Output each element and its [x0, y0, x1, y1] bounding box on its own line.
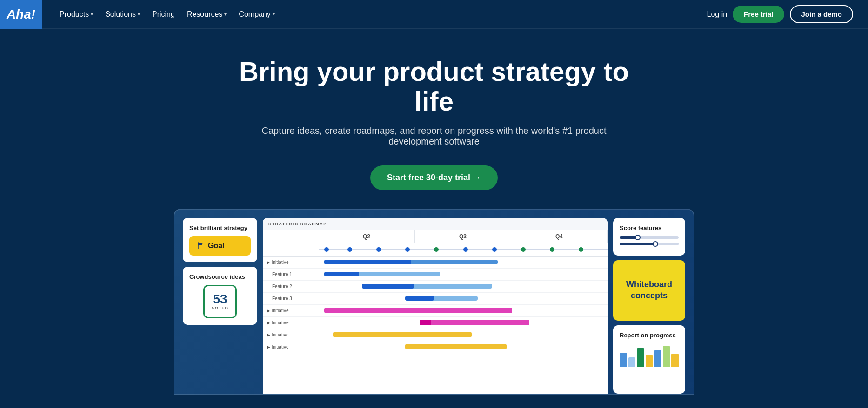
dashboard-mockup: Set brilliant strategy Goal Crowdsource … — [155, 209, 713, 395]
nav-products[interactable]: Products ▾ — [55, 7, 98, 21]
slider-track-2 — [620, 243, 679, 245]
bar-label: ▶ Initiative — [263, 260, 319, 265]
timeline-dots-area — [319, 243, 608, 256]
gantt-bar-dark — [405, 296, 434, 301]
quarter-q3: Q3 — [415, 230, 511, 243]
gantt-bar-dark — [362, 284, 414, 289]
panel-right: Score features Whiteboard concepts Repor… — [613, 218, 685, 394]
bar-row-initiative: ▶ Initiative — [263, 257, 608, 269]
crowdsource-card: Crowdsource ideas 53 VOTED — [183, 267, 257, 325]
bar-row-feature2: Feature 2 — [263, 281, 608, 293]
mini-bar-3 — [637, 348, 644, 367]
timeline-dot — [405, 247, 410, 252]
whiteboard-card: Whiteboard concepts — [613, 260, 685, 321]
report-card: Report on progress — [613, 325, 685, 394]
flag-icon — [197, 242, 204, 250]
bar-label: Feature 1 — [263, 272, 319, 277]
voted-box: 53 VOTED — [203, 285, 237, 318]
nav-resources[interactable]: Resources ▾ — [182, 7, 231, 21]
crowdsource-title: Crowdsource ideas — [189, 273, 251, 280]
bar-label: ▶ Initiative — [263, 344, 319, 349]
chevron-down-icon: ▾ — [224, 12, 227, 17]
bar-row-initiative2: ▶ Initiative — [263, 305, 608, 317]
mini-bar-chart — [620, 343, 679, 367]
slider-track-1 — [620, 236, 679, 239]
timeline-dot — [376, 247, 381, 252]
bar-label: ▶ Initiative — [263, 332, 319, 337]
voted-label: VOTED — [212, 306, 228, 310]
bar-area — [319, 293, 608, 304]
mini-bar-5 — [654, 350, 661, 367]
strategy-card-title: Set brilliant strategy — [189, 224, 251, 231]
slider-fill-2 — [620, 243, 655, 245]
chevron-down-icon: ▾ — [273, 12, 275, 17]
bar-area — [319, 281, 608, 292]
hero-cta-button[interactable]: Start free 30-day trial → — [370, 165, 498, 190]
mini-bar-1 — [620, 353, 627, 367]
gantt-bar-pink2 — [420, 320, 529, 325]
chevron-down-icon: ▾ — [91, 12, 93, 17]
nav-solutions[interactable]: Solutions ▾ — [100, 7, 145, 21]
panel-left: Set brilliant strategy Goal Crowdsource … — [183, 218, 257, 394]
roadmap-panel: STRATEGIC ROADMAP Q2 Q3 Q4 — [263, 218, 608, 394]
report-title: Report on progress — [620, 332, 679, 339]
bar-label: Feature 3 — [263, 296, 319, 301]
join-demo-button[interactable]: Join a demo — [790, 5, 853, 23]
slider-thumb-2[interactable] — [653, 241, 658, 247]
timeline-dot — [324, 247, 329, 252]
whiteboard-text: Whiteboard concepts — [621, 279, 678, 301]
quarter-q2: Q2 — [319, 230, 415, 243]
timeline-dot — [521, 247, 526, 252]
timeline-dot — [463, 247, 468, 252]
timeline-dot — [434, 247, 439, 252]
dots-line — [319, 249, 608, 250]
mini-bar-2 — [628, 357, 636, 367]
nav-links: Products ▾ Solutions ▾ Pricing Resources… — [55, 7, 707, 21]
bar-label: ▶ Initiative — [263, 308, 319, 313]
roadmap-label: STRATEGIC ROADMAP — [268, 222, 602, 226]
hero-section: Bring your product strategy to life Capt… — [0, 29, 868, 209]
svg-rect-0 — [198, 243, 202, 245]
nav-pricing[interactable]: Pricing — [147, 7, 180, 21]
col-label-spacer — [263, 230, 319, 243]
mini-bar-4 — [646, 355, 653, 367]
free-trial-button[interactable]: Free trial — [733, 6, 784, 23]
gantt-bar-overlay — [324, 260, 411, 264]
mini-bar-6 — [663, 346, 670, 367]
bar-row-initiative3: ▶ Initiative — [263, 317, 608, 329]
bar-area — [319, 269, 608, 280]
login-link[interactable]: Log in — [707, 10, 728, 19]
bar-area — [319, 305, 608, 316]
gantt-dot-pink — [420, 320, 431, 325]
gantt-bar-yellow2 — [405, 344, 506, 349]
nav-actions: Log in Free trial Join a demo — [707, 5, 854, 23]
score-title: Score features — [620, 224, 679, 231]
hero-headline: Bring your product strategy to life — [225, 57, 643, 116]
nav-company[interactable]: Company ▾ — [234, 7, 279, 21]
roadmap-header: STRATEGIC ROADMAP — [263, 218, 608, 230]
timeline-dots-row — [263, 243, 608, 257]
bar-row-feature3: Feature 3 — [263, 293, 608, 305]
hero-subheadline: Capture ideas, create roadmaps, and repo… — [253, 125, 615, 147]
quarters-cells: Q2 Q3 Q4 — [319, 230, 608, 243]
gantt-bar-dark — [324, 272, 359, 276]
quarter-q4: Q4 — [511, 230, 608, 243]
bar-area — [319, 317, 608, 329]
main-nav: Aha! Products ▾ Solutions ▾ Pricing Reso… — [0, 0, 868, 29]
timeline-dot — [347, 247, 352, 252]
gantt-bar-yellow — [333, 332, 472, 337]
bar-label: Feature 2 — [263, 284, 319, 289]
bar-label: ▶ Initiative — [263, 320, 319, 325]
timeline-dot — [550, 247, 554, 252]
slider-thumb-1[interactable] — [635, 235, 641, 240]
bar-area — [319, 341, 608, 353]
gantt-bar-pink — [324, 308, 512, 313]
aha-logo[interactable]: Aha! — [0, 0, 42, 29]
bar-area — [319, 329, 608, 341]
bar-row-feature1: Feature 1 — [263, 269, 608, 281]
strategy-card: Set brilliant strategy Goal — [183, 218, 257, 262]
dashboard-outer: Set brilliant strategy Goal Crowdsource … — [174, 209, 694, 395]
goal-button[interactable]: Goal — [189, 236, 251, 256]
bar-row-initiative5: ▶ Initiative — [263, 341, 608, 353]
quarters-row: Q2 Q3 Q4 — [263, 230, 608, 243]
